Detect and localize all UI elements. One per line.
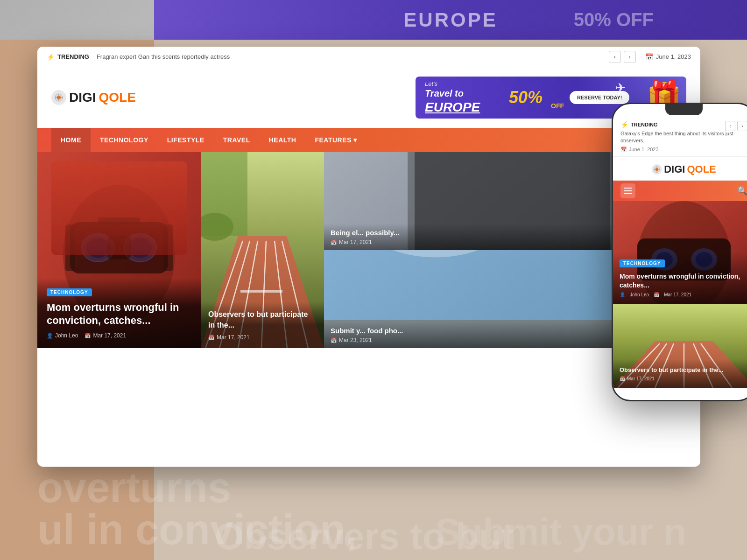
lightning-icon: ⚡ — [47, 53, 55, 61]
svg-rect-12 — [98, 217, 140, 224]
nav-health[interactable]: HEALTH — [260, 128, 306, 152]
features-chevron-icon: ▾ — [353, 136, 357, 144]
hamburger-line — [624, 193, 632, 194]
trending-next-button[interactable]: › — [624, 51, 636, 63]
phone-date: 📅 June 1, 2023 — [620, 147, 747, 153]
phone-article-card-large[interactable]: TECHNOLOGY Mom overturns wrongful in con… — [613, 201, 747, 304]
hamburger-menu-button[interactable] — [620, 183, 635, 198]
phone-article-card-track[interactable]: Observers to but participate in the... 📅… — [613, 304, 747, 388]
nav-bar: HOME TECHNOLOGY LIFESTYLE TRAVEL HEALTH … — [37, 128, 700, 152]
nav-travel[interactable]: TRAVEL — [214, 128, 260, 152]
article-overlay-large: TECHNOLOGY Mom overturns wrongful in con… — [37, 278, 201, 348]
article-overlay-medium: Observers to but participate in the... 📅… — [201, 302, 324, 348]
trending-date: June 1, 2023 — [656, 53, 691, 60]
site-header: DIGIQOLE Let's Travel to EUROPE 50% OFF … — [37, 67, 700, 128]
date-info: 📅 Mar 17, 2021 — [85, 332, 126, 339]
bg-banner: EUROPE 50% OFF — [154, 0, 747, 40]
article-date2: Mar 17, 2021 — [217, 334, 250, 341]
svg-rect-26 — [201, 152, 247, 236]
article-title-large: Mom overturns wrongful in conviction, ca… — [47, 301, 191, 328]
date-display: 📅 June 1, 2023 — [645, 53, 691, 61]
phone-cal-icon2: 📅 — [654, 292, 659, 297]
phone-next-button[interactable]: › — [737, 121, 747, 131]
ad-lets: Let's — [425, 80, 480, 87]
phone-author-icon: 👤 — [620, 292, 625, 297]
svg-rect-24 — [240, 290, 282, 293]
phone-cal-icon: 📅 — [620, 147, 627, 153]
phone-trending-nav: ‹ › — [725, 121, 747, 131]
phone-track-overlay: Observers to but participate in the... 📅… — [613, 359, 747, 388]
date-icon3: 📅 — [331, 239, 337, 245]
article-date4: Mar 23, 2021 — [339, 337, 372, 343]
phone-trending-text: Galaxy's Edge the best thing about its v… — [620, 130, 747, 145]
phone-date-icon: 📅 — [620, 376, 625, 381]
hamburger-line — [624, 188, 632, 189]
trending-nav: ‹ › — [609, 51, 636, 63]
ad-travel: Travel to — [425, 88, 480, 99]
author-info: 👤 John Leo — [47, 332, 78, 339]
nav-home[interactable]: HOME — [51, 128, 91, 152]
bg-text-right: Submit your n — [435, 513, 686, 551]
phone-notch — [665, 104, 703, 115]
site-logo[interactable]: DIGIQOLE — [51, 90, 136, 105]
phone-content: TECHNOLOGY Mom overturns wrongful in con… — [613, 201, 747, 401]
article-meta-medium: 📅 Mar 17, 2021 — [208, 334, 317, 341]
phone-trending-bar: ⚡ TRENDING ‹ › Galaxy's Edge the best th… — [613, 115, 747, 157]
desktop-window: ⚡ TRENDING Fragran expert Gan this scent… — [37, 47, 700, 467]
trending-headline: Fragran expert Gan this scents reportedl… — [97, 53, 609, 60]
phone-logo[interactable]: DIGIQOLE — [613, 157, 747, 181]
phone-article-title: Mom overturns wrongful in conviction, ca… — [620, 272, 747, 289]
phone-article-overlay: TECHNOLOGY Mom overturns wrongful in con… — [613, 252, 747, 303]
article-card-medium[interactable]: Observers to but participate in the... 📅… — [201, 152, 324, 348]
hamburger-line — [624, 190, 632, 191]
ad-off: OFF — [551, 102, 564, 110]
mobile-phone-overlay: ⚡ TRENDING ‹ › Galaxy's Edge the best th… — [612, 103, 747, 401]
phone-nav-bar: 🔍 — [613, 181, 747, 201]
phone-article-meta: 👤 John Leo 📅 Mar 17, 2021 — [620, 292, 747, 297]
bg-bottom-text-area: overturns ul in conviction, Observers to… — [0, 467, 747, 560]
article-title-medium: Observers to but participate in the... — [208, 309, 317, 330]
ad-percent: 50% — [509, 88, 543, 107]
phone-logo-icon — [652, 164, 662, 175]
phone-track-title: Observers to but participate in the... — [620, 366, 747, 374]
phone-prev-button[interactable]: ‹ — [725, 121, 735, 131]
calendar-icon: 📅 — [645, 53, 653, 61]
logo-icon — [51, 90, 66, 105]
phone-article-tag: TECHNOLOGY — [620, 259, 665, 267]
phone-search-button[interactable]: 🔍 — [737, 186, 747, 196]
date-icon: 📅 — [85, 333, 91, 339]
author-icon: 👤 — [47, 333, 53, 339]
ad-europe: EUROPE — [425, 100, 480, 115]
trending-prev-button[interactable]: ‹ — [609, 51, 621, 63]
logo-svg — [54, 93, 63, 102]
article-meta-large: 👤 John Leo 📅 Mar 17, 2021 — [47, 332, 191, 339]
article-card-large[interactable]: TECHNOLOGY Mom overturns wrongful in con… — [37, 152, 201, 348]
date-icon2: 📅 — [208, 335, 215, 341]
content-area: TECHNOLOGY Mom overturns wrongful in con… — [37, 152, 700, 348]
ad-plane-icon: ✈ — [615, 80, 626, 96]
phone-date1: Mar 17, 2021 — [664, 292, 691, 297]
article-tag[interactable]: TECHNOLOGY — [47, 288, 92, 296]
phone-track-date: 📅 Mar 17, 2021 — [620, 376, 747, 381]
phone-author: John Leo — [630, 292, 649, 297]
date-icon4: 📅 — [331, 337, 337, 343]
nav-lifestyle[interactable]: LIFESTYLE — [158, 128, 214, 152]
trending-label: ⚡ TRENDING — [47, 53, 89, 61]
article-date3: Mar 17, 2021 — [339, 239, 372, 245]
article-date: Mar 17, 2021 — [93, 332, 126, 339]
nav-features[interactable]: FEATURES ▾ — [305, 128, 366, 152]
phone-lightning-icon: ⚡ — [620, 121, 628, 128]
trending-text-label: TRENDING — [57, 53, 89, 60]
trending-bar: ⚡ TRENDING Fragran expert Gan this scent… — [37, 47, 700, 67]
author-name: John Leo — [55, 332, 78, 339]
nav-technology[interactable]: TECHNOLOGY — [91, 128, 158, 152]
